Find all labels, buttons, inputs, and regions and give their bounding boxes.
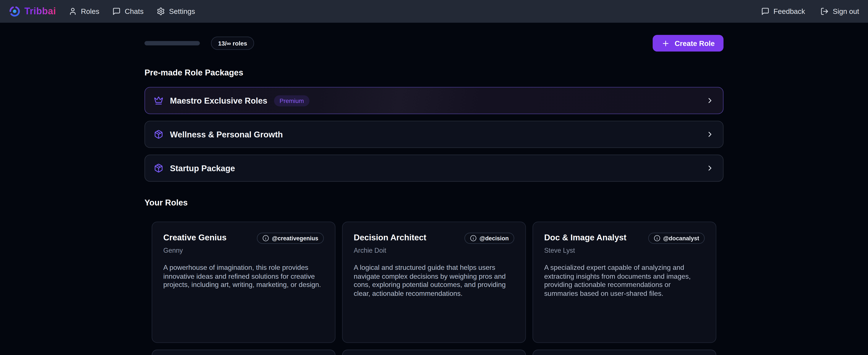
feedback-bubble-icon xyxy=(761,7,770,16)
info-icon xyxy=(654,235,660,242)
tribbai-logo-icon xyxy=(9,6,21,17)
role-handle-badge[interactable]: @decision xyxy=(465,233,514,244)
roles-usage: 13/∞ roles xyxy=(145,37,254,50)
signout-button[interactable]: Sign out xyxy=(820,7,859,16)
role-card-partial[interactable] xyxy=(152,350,336,355)
role-description: A logical and structured guide that help… xyxy=(354,264,514,298)
role-card-decision-architect[interactable]: Decision Architect @decision Archie Doit… xyxy=(342,221,526,343)
nav-item-label: Chats xyxy=(125,7,144,16)
navbar-right: Feedback Sign out xyxy=(761,7,859,16)
premium-badge: Premium xyxy=(274,95,309,106)
role-card-partial[interactable] xyxy=(342,350,526,355)
package-row-maestro[interactable]: Maestro Exclusive Roles Premium xyxy=(145,87,723,114)
package-name: Maestro Exclusive Roles xyxy=(170,96,268,105)
package-row-startup[interactable]: Startup Package xyxy=(145,154,723,182)
brand-logo[interactable]: Tribbai xyxy=(9,6,56,17)
package-cube-icon xyxy=(154,129,163,139)
your-roles-section-title: Your Roles xyxy=(145,198,723,207)
signout-label: Sign out xyxy=(833,7,859,16)
info-icon xyxy=(262,235,269,242)
nav-item-label: Roles xyxy=(81,7,99,16)
role-handle-badge[interactable]: @creativegenius xyxy=(257,233,324,244)
nav-item-settings[interactable]: Settings xyxy=(157,7,195,16)
role-title: Doc & Image Analyst xyxy=(544,232,626,243)
nav-item-roles[interactable]: Roles xyxy=(69,7,99,16)
main-nav: Roles Chats xyxy=(69,7,195,16)
info-icon xyxy=(470,235,477,242)
plus-icon xyxy=(661,39,670,47)
roles-count-badge: 13/∞ roles xyxy=(211,37,254,50)
roles-progress-bar xyxy=(145,41,200,45)
role-description: A powerhouse of imagination, this role p… xyxy=(163,264,324,290)
gear-icon xyxy=(157,7,165,16)
chevron-right-icon xyxy=(706,130,714,139)
crown-icon xyxy=(154,96,163,105)
role-description: A specialized expert capable of analyzin… xyxy=(544,264,705,298)
feedback-label: Feedback xyxy=(773,7,805,16)
package-name: Startup Package xyxy=(170,164,235,173)
nav-item-label: Settings xyxy=(169,7,195,16)
role-subtitle: Archie Doit xyxy=(354,246,514,254)
tribbai-app: Tribbai Roles xyxy=(0,0,868,355)
chevron-right-icon xyxy=(706,164,714,172)
role-subtitle: Steve Lyst xyxy=(544,246,705,254)
role-title: Creative Genius xyxy=(163,232,226,243)
your-roles-grid: Creative Genius @creativegenius Genny A … xyxy=(145,221,723,343)
card-header: Creative Genius @creativegenius xyxy=(163,232,324,244)
feedback-button[interactable]: Feedback xyxy=(761,7,805,16)
create-role-label: Create Role xyxy=(675,39,715,47)
role-handle-badge[interactable]: @docanalyst xyxy=(648,233,705,244)
chat-bubble-icon xyxy=(113,7,121,16)
roles-toolbar: 13/∞ roles Create Role xyxy=(145,35,723,52)
role-handle: @docanalyst xyxy=(663,235,699,242)
main-content: 13/∞ roles Create Role Pre-made Role Pac… xyxy=(145,35,723,355)
package-cube-icon xyxy=(154,164,163,173)
role-title: Decision Architect xyxy=(354,232,426,243)
package-name: Wellness & Personal Growth xyxy=(170,129,283,139)
role-card-partial[interactable] xyxy=(532,350,716,355)
navbar: Tribbai Roles xyxy=(0,0,868,23)
your-roles-grid-next-row xyxy=(145,350,723,355)
create-role-button[interactable]: Create Role xyxy=(652,35,723,52)
package-row-wellness[interactable]: Wellness & Personal Growth xyxy=(145,121,723,148)
role-handle: @decision xyxy=(479,235,509,242)
user-icon xyxy=(69,7,77,16)
card-header: Decision Architect @decision xyxy=(354,232,514,244)
role-subtitle: Genny xyxy=(163,246,324,254)
nav-item-chats[interactable]: Chats xyxy=(113,7,144,16)
navbar-left: Tribbai Roles xyxy=(9,6,195,17)
chevron-right-icon xyxy=(706,96,714,105)
package-list: Maestro Exclusive Roles Premium Welln xyxy=(145,87,723,182)
role-card-creative-genius[interactable]: Creative Genius @creativegenius Genny A … xyxy=(152,221,336,343)
packages-section-title: Pre-made Role Packages xyxy=(145,68,723,77)
logout-icon xyxy=(820,7,829,16)
role-handle: @creativegenius xyxy=(272,235,318,242)
role-card-doc-image-analyst[interactable]: Doc & Image Analyst @docanalyst Steve Ly… xyxy=(532,221,716,343)
brand-name: Tribbai xyxy=(24,6,56,17)
card-header: Doc & Image Analyst @docanalyst xyxy=(544,232,705,244)
